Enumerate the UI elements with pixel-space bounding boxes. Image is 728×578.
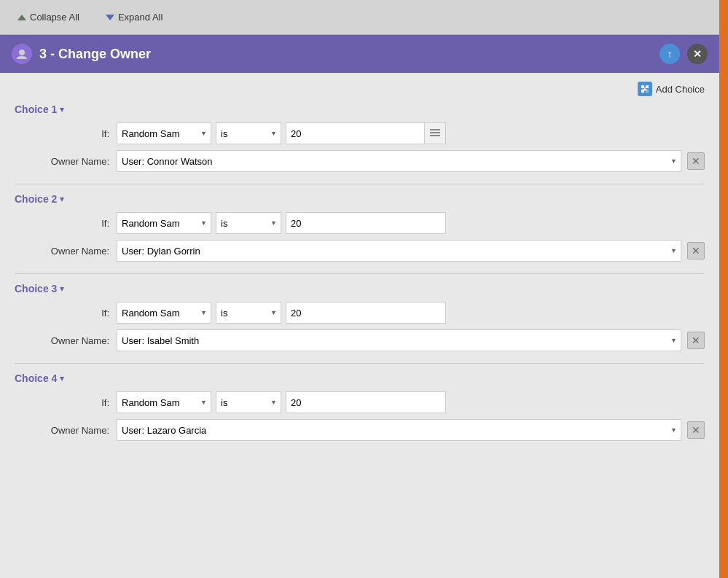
if-row-2: If: Random Sam is (15, 212, 705, 234)
owner-dropdown-wrapper-4: User: Lazaro Garcia (117, 419, 681, 441)
choice-label-1[interactable]: Choice 1 (15, 104, 57, 115)
svg-rect-7 (430, 132, 440, 133)
svg-rect-6 (430, 129, 440, 130)
panel-body: + Add Choice Choice 1 ▾ If: Random Sam (0, 73, 719, 578)
panel-header: 3 - Change Owner ↑ ✕ (0, 35, 719, 73)
operator-dropdown-2[interactable]: is (216, 212, 281, 234)
value-input-3[interactable] (286, 302, 446, 324)
owner-controls-1: User: Connor Watson ✕ (117, 150, 705, 172)
field-dropdown-wrapper-4: Random Sam (117, 391, 211, 413)
close-button[interactable]: ✕ (687, 44, 708, 64)
field-dropdown-wrapper-3: Random Sam (117, 302, 211, 324)
owner-dropdown-3[interactable]: User: Isabel Smith (117, 329, 681, 351)
owner-dropdown-2[interactable]: User: Dylan Gorrin (117, 240, 681, 262)
delete-icon-2: ✕ (692, 245, 700, 257)
owner-dropdown-wrapper-3: User: Isabel Smith (117, 329, 681, 351)
value-input-4[interactable] (286, 391, 446, 413)
choice-arrow-2: ▾ (60, 194, 64, 204)
choice-arrow-4: ▾ (60, 373, 64, 383)
owner-select-row-1: User: Connor Watson ✕ (117, 150, 705, 172)
choice-section-2: Choice 2 ▾ If: Random Sam is (15, 193, 705, 262)
if-label-4: If: (29, 397, 117, 408)
add-choice-button[interactable]: + Add Choice (638, 82, 705, 96)
move-up-button[interactable]: ↑ (659, 44, 680, 64)
owner-row-4: Owner Name: User: Lazaro Garcia ✕ (15, 419, 705, 441)
field-dropdown-2[interactable]: Random Sam (117, 212, 211, 234)
if-label-1: If: (29, 128, 117, 139)
owner-row-3: Owner Name: User: Isabel Smith ✕ (15, 329, 705, 351)
if-controls-1: Random Sam is (117, 122, 705, 144)
owner-label-4: Owner Name: (29, 425, 117, 436)
owner-label-2: Owner Name: (29, 246, 117, 257)
add-choice-label: Add Choice (656, 84, 705, 95)
owner-controls-3: User: Isabel Smith ✕ (117, 329, 705, 351)
divider-3 (15, 363, 705, 364)
field-dropdown-1[interactable]: Random Sam (117, 122, 211, 144)
main-panel: 3 - Change Owner ↑ ✕ + (0, 35, 719, 578)
owner-controls-4: User: Lazaro Garcia ✕ (117, 419, 705, 441)
owner-select-row-4: User: Lazaro Garcia ✕ (117, 419, 705, 441)
svg-text:+: + (643, 85, 647, 93)
owner-dropdown-1[interactable]: User: Connor Watson (117, 150, 681, 172)
owner-controls-2: User: Dylan Gorrin ✕ (117, 240, 705, 262)
collapse-all-button[interactable]: Collapse All (12, 9, 85, 26)
field-dropdown-3[interactable]: Random Sam (117, 302, 211, 324)
panel-title: 3 - Change Owner (39, 47, 151, 62)
add-icon-svg: + (640, 84, 650, 94)
field-dropdown-4[interactable]: Random Sam (117, 391, 211, 413)
list-button-1[interactable] (424, 122, 446, 144)
value-input-2[interactable] (286, 212, 446, 234)
operator-dropdown-3[interactable]: is (216, 302, 281, 324)
delete-button-3[interactable]: ✕ (687, 332, 705, 349)
choice-arrow-1: ▾ (60, 104, 64, 114)
owner-dropdown-4[interactable]: User: Lazaro Garcia (117, 419, 681, 441)
operator-dropdown-wrapper-4: is (216, 391, 281, 413)
panel-actions: ↑ ✕ (659, 44, 708, 64)
choice-header-4: Choice 4 ▾ (15, 372, 705, 384)
if-row-4: If: Random Sam is (15, 391, 705, 413)
change-owner-icon (15, 47, 28, 60)
operator-dropdown-1[interactable]: is (216, 122, 281, 144)
if-controls-4: Random Sam is (117, 391, 705, 413)
if-row-3: If: Random Sam is (15, 302, 705, 324)
owner-select-row-2: User: Dylan Gorrin ✕ (117, 240, 705, 262)
add-choice-row: + Add Choice (15, 82, 705, 96)
choice-section-4: Choice 4 ▾ If: Random Sam is (15, 372, 705, 441)
choice-section-1: Choice 1 ▾ If: Random Sam is (15, 104, 705, 172)
choice-label-2[interactable]: Choice 2 (15, 193, 57, 205)
delete-button-1[interactable]: ✕ (687, 152, 705, 170)
divider-2 (15, 273, 705, 274)
if-label-3: If: (29, 308, 117, 319)
owner-label-3: Owner Name: (29, 335, 117, 346)
field-dropdown-wrapper-1: Random Sam (117, 122, 211, 144)
choice-label-4[interactable]: Choice 4 (15, 372, 57, 384)
list-icon-1 (430, 129, 440, 138)
expand-icon (106, 15, 114, 20)
if-row-1: If: Random Sam is (15, 122, 705, 144)
owner-dropdown-wrapper-1: User: Connor Watson (117, 150, 681, 172)
if-controls-3: Random Sam is (117, 302, 705, 324)
svg-point-0 (19, 50, 25, 55)
if-label-2: If: (29, 218, 117, 229)
toolbar: Collapse All Expand All (0, 0, 728, 35)
operator-dropdown-wrapper-3: is (216, 302, 281, 324)
divider-1 (15, 184, 705, 184)
collapse-all-label: Collapse All (30, 12, 79, 23)
value-input-1[interactable] (286, 122, 424, 144)
delete-icon-1: ✕ (692, 155, 700, 167)
owner-label-1: Owner Name: (29, 156, 117, 167)
delete-button-2[interactable]: ✕ (687, 242, 705, 259)
value-input-wrapper-1 (286, 122, 446, 144)
owner-dropdown-wrapper-2: User: Dylan Gorrin (117, 240, 681, 262)
operator-dropdown-4[interactable]: is (216, 391, 281, 413)
choice-header-2: Choice 2 ▾ (15, 193, 705, 205)
choice-label-3[interactable]: Choice 3 (15, 283, 57, 294)
owner-select-row-3: User: Isabel Smith ✕ (117, 329, 705, 351)
delete-button-4[interactable]: ✕ (687, 421, 705, 439)
owner-row-2: Owner Name: User: Dylan Gorrin ✕ (15, 240, 705, 262)
delete-icon-3: ✕ (692, 335, 700, 346)
delete-icon-4: ✕ (692, 424, 700, 436)
up-icon: ↑ (668, 48, 673, 60)
expand-all-button[interactable]: Expand All (100, 9, 168, 26)
owner-row-1: Owner Name: User: Connor Watson ✕ (15, 150, 705, 172)
